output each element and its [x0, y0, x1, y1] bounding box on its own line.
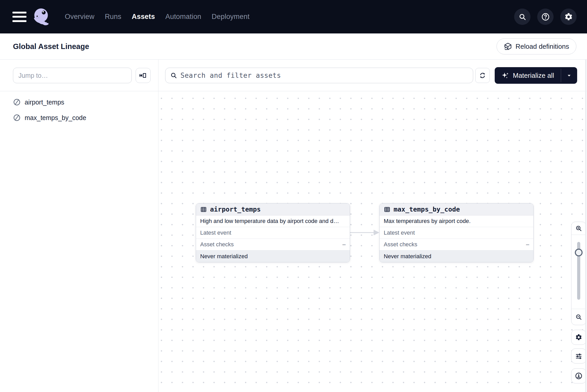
- app: Overview Runs Assets Automation Deployme…: [0, 0, 587, 392]
- reload-definitions-icon: [504, 42, 512, 51]
- download-graph-button[interactable]: [571, 368, 586, 383]
- materialize-options-button[interactable]: [561, 67, 577, 84]
- asset-node-title: max_temps_by_code: [394, 206, 460, 213]
- top-nav: Overview Runs Assets Automation Deployme…: [0, 0, 587, 33]
- gear-icon: [564, 12, 573, 21]
- asset-name: airport_temps: [25, 99, 64, 106]
- materialize-all-label: Materialize all: [513, 72, 554, 80]
- graph-toolbar: Materialize all: [158, 60, 587, 91]
- table-icon: [384, 206, 390, 213]
- zoom-out-icon: [575, 314, 582, 320]
- asset-list: airport_temps max_temps_by_code: [0, 91, 158, 125]
- nav-item-assets[interactable]: Assets: [132, 13, 155, 21]
- reload-definitions-button[interactable]: Reload definitions: [497, 38, 576, 54]
- help-button[interactable]: [537, 9, 554, 25]
- scrollbar-track[interactable]: [585, 60, 586, 392]
- search-icon: [170, 72, 177, 79]
- asset-node-description: Max temperatures by airport code.: [380, 215, 533, 227]
- collapse-sidebar-button[interactable]: [136, 68, 151, 83]
- zoom-slider: [571, 235, 586, 309]
- main-content: airport_temps max_temps_by_code: [0, 60, 587, 392]
- refresh-icon: [479, 72, 486, 79]
- help-icon: [541, 12, 550, 21]
- zoom-controls: [571, 222, 586, 325]
- asset-search-input[interactable]: [180, 68, 473, 83]
- reload-definitions-label: Reload definitions: [515, 43, 569, 51]
- asset-node-description: High and low temperature data by airport…: [196, 215, 350, 227]
- chevron-down-icon: [566, 73, 572, 78]
- zoom-out-button[interactable]: [571, 309, 586, 325]
- zoom-slider-thumb[interactable]: [575, 249, 583, 256]
- lineage-canvas[interactable]: airport_temps High and low temperature d…: [158, 91, 587, 392]
- asset-checks-row: Asset checks –: [380, 239, 533, 250]
- zoom-in-icon: [575, 225, 582, 232]
- jump-to-input[interactable]: [13, 68, 132, 83]
- collapse-panel-icon: [139, 72, 147, 79]
- materialize-all-button: Materialize all: [495, 67, 577, 84]
- refresh-button[interactable]: [475, 68, 490, 83]
- settings-gear-icon: [575, 334, 582, 341]
- sidebar-asset-max-temps-by-code[interactable]: max_temps_by_code: [0, 110, 158, 125]
- asset-sidebar: airport_temps max_temps_by_code: [0, 60, 158, 392]
- graph-settings-button[interactable]: [571, 330, 586, 345]
- asset-node-airport-temps[interactable]: airport_temps High and low temperature d…: [196, 203, 350, 262]
- search-button[interactable]: [514, 9, 530, 25]
- no-materialization-icon: [13, 98, 21, 106]
- table-icon: [200, 206, 207, 213]
- sparkle-icon: [501, 72, 509, 79]
- asset-node-title: airport_temps: [210, 206, 261, 213]
- nav-item-runs[interactable]: Runs: [105, 13, 121, 21]
- asset-node-header: max_temps_by_code: [380, 204, 533, 215]
- nav-item-deployment[interactable]: Deployment: [212, 13, 249, 21]
- materialization-status: Never materialized: [196, 250, 350, 262]
- filter-sliders-icon: [575, 352, 582, 360]
- asset-search-box: [165, 68, 473, 83]
- asset-node-max-temps-by-code[interactable]: max_temps_by_code Max temperatures by ai…: [379, 203, 534, 262]
- dagster-logo[interactable]: [32, 7, 51, 27]
- latest-event-row: Latest event: [196, 227, 350, 239]
- asset-node-header: airport_temps: [196, 204, 350, 215]
- download-icon: [575, 372, 583, 380]
- page-header: Global Asset Lineage Reload definitions: [0, 33, 587, 60]
- nav-item-overview[interactable]: Overview: [65, 13, 94, 21]
- materialize-all-main[interactable]: Materialize all: [495, 67, 561, 84]
- user-settings-button[interactable]: [560, 9, 577, 25]
- materialization-status: Never materialized: [380, 250, 533, 262]
- nav-item-automation[interactable]: Automation: [165, 13, 201, 21]
- sidebar-asset-airport-temps[interactable]: airport_temps: [0, 94, 158, 110]
- lineage-graph-panel: Materialize all airport_: [158, 60, 587, 392]
- asset-checks-row: Asset checks –: [196, 239, 350, 250]
- hamburger-menu-icon[interactable]: [12, 12, 26, 22]
- nav-actions: [514, 9, 577, 25]
- search-icon: [519, 13, 526, 21]
- sidebar-toolbar: [0, 60, 158, 91]
- nav-items: Overview Runs Assets Automation Deployme…: [65, 13, 249, 21]
- asset-name: max_temps_by_code: [25, 114, 86, 122]
- no-materialization-icon: [13, 114, 21, 122]
- zoom-in-button[interactable]: [571, 222, 586, 235]
- graph-filter-button[interactable]: [571, 348, 586, 363]
- latest-event-row: Latest event: [380, 227, 533, 239]
- page-title: Global Asset Lineage: [13, 42, 89, 51]
